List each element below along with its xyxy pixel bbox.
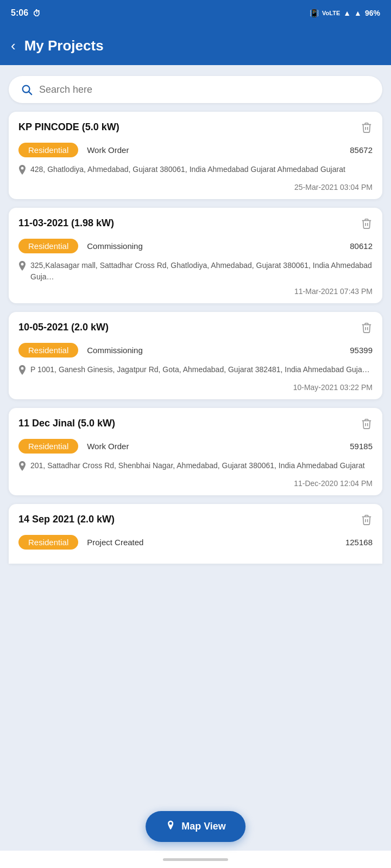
location-icon — [18, 365, 26, 379]
project-order-number: 59185 — [350, 442, 373, 451]
project-badge: Residential — [18, 535, 78, 550]
project-date: 25-Mar-2021 03:04 PM — [18, 183, 373, 192]
project-address: P 1001, Ganesh Ginesis, Jagatpur Rd, Got… — [30, 364, 370, 375]
map-view-label: Map View — [181, 821, 226, 832]
location-icon — [18, 261, 26, 275]
location-icon — [18, 165, 26, 178]
project-card: 14 Sep 2021 (2.0 kW) Residential Project… — [9, 504, 382, 564]
map-view-button[interactable]: Map View — [146, 811, 245, 842]
project-status: Work Order — [87, 442, 341, 451]
project-badge: Residential — [18, 143, 78, 157]
project-title: 11 Dec Jinal (5.0 kW) — [18, 418, 355, 429]
project-title: 11-03-2021 (1.98 kW) — [18, 218, 355, 229]
status-battery: 96% — [365, 9, 380, 17]
project-date: 10-May-2021 03:22 PM — [18, 383, 373, 392]
map-pin-icon — [165, 820, 176, 833]
delete-button[interactable] — [361, 514, 373, 528]
project-address: 428, Ghatlodiya, Ahmedabad, Gujarat 3800… — [30, 164, 345, 175]
status-signal-icon: ▲ — [354, 9, 362, 17]
project-badge: Residential — [18, 343, 78, 358]
search-icon — [21, 84, 33, 95]
project-order-number: 125168 — [345, 538, 373, 547]
project-card: 10-05-2021 (2.0 kW) Residential Commissi… — [9, 312, 382, 399]
status-vibrate-icon: 📳 — [310, 9, 319, 17]
project-order-number: 85672 — [350, 145, 373, 155]
bottom-navigation-bar — [0, 851, 391, 868]
status-icon-clock: ⏱ — [33, 9, 41, 18]
header: ‹ My Projects — [0, 26, 391, 65]
page-title: My Projects — [24, 37, 104, 54]
project-order-number: 80612 — [350, 241, 373, 251]
delete-button[interactable] — [361, 322, 373, 336]
project-title: 10-05-2021 (2.0 kW) — [18, 322, 355, 333]
status-wifi-icon: ▲ — [343, 9, 351, 17]
project-status: Work Order — [87, 145, 341, 155]
back-button[interactable]: ‹ — [11, 39, 16, 53]
delete-button[interactable] — [361, 418, 373, 432]
status-time: 5:06 — [11, 8, 28, 18]
project-status: Commissioning — [87, 346, 341, 355]
project-order-number: 95399 — [350, 346, 373, 355]
delete-button[interactable] — [361, 122, 373, 136]
project-address: 325,Kalasagar mall, Sattadhar Cross Rd, … — [30, 260, 373, 283]
svg-line-1 — [29, 92, 31, 94]
project-date: 11-Mar-2021 07:43 PM — [18, 287, 373, 296]
project-status: Project Created — [87, 538, 337, 547]
project-card: 11-03-2021 (1.98 kW) Residential Commiss… — [9, 208, 382, 303]
project-card: KP PINCODE (5.0 kW) Residential Work Ord… — [9, 112, 382, 199]
project-date: 11-Dec-2020 12:04 PM — [18, 479, 373, 488]
delete-button[interactable] — [361, 218, 373, 232]
location-icon — [18, 461, 26, 475]
status-bar: 5:06 ⏱ 📳 VoLTE ▲ ▲ 96% — [0, 0, 391, 26]
content-area: KP PINCODE (5.0 kW) Residential Work Ord… — [0, 65, 391, 575]
project-status: Commissioning — [87, 241, 341, 251]
search-input[interactable] — [39, 84, 370, 95]
home-indicator — [163, 858, 228, 861]
project-address: 201, Sattadhar Cross Rd, Shenbhai Nagar,… — [30, 460, 365, 471]
status-volte-icon: VoLTE — [322, 10, 340, 16]
project-card: 11 Dec Jinal (5.0 kW) Residential Work O… — [9, 408, 382, 495]
project-badge: Residential — [18, 439, 78, 454]
project-title: 14 Sep 2021 (2.0 kW) — [18, 514, 355, 525]
search-bar — [9, 76, 382, 103]
project-title: KP PINCODE (5.0 kW) — [18, 122, 355, 133]
project-badge: Residential — [18, 239, 78, 253]
